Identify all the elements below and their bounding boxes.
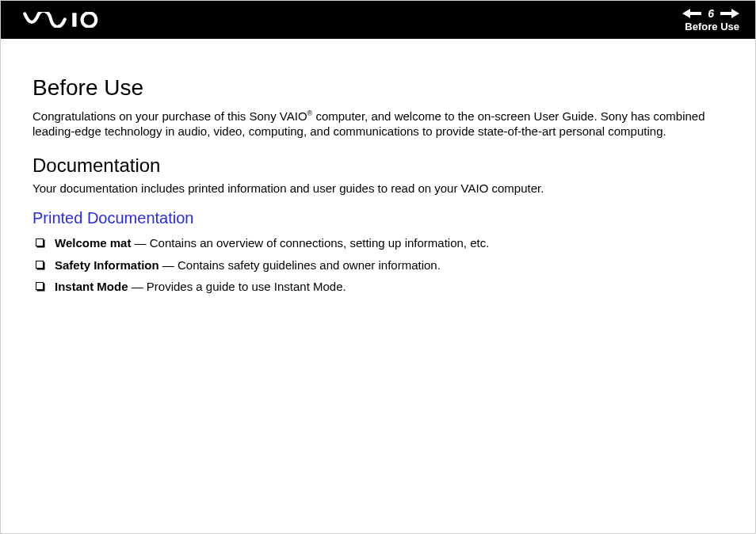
list-item-text: Instant Mode — Provides a guide to use I… [55, 279, 346, 295]
list-item-text: Safety Information — Contains safety gui… [55, 257, 441, 273]
list-item-desc: — Contains safety guidelines and owner i… [159, 258, 441, 272]
bullet-icon [36, 261, 44, 269]
page-container: 6 Before Use Before Use Congratulations … [0, 0, 756, 534]
content-area: Before Use Congratulations on your purch… [1, 39, 755, 320]
list-item: Safety Information — Contains safety gui… [36, 257, 727, 273]
documentation-heading: Documentation [32, 154, 727, 177]
prev-page-arrow-icon[interactable] [682, 9, 701, 18]
list-item-name: Instant Mode [55, 280, 128, 293]
bullet-icon [36, 282, 44, 290]
header-nav: 6 Before Use [682, 7, 739, 32]
header-section-label: Before Use [685, 21, 739, 32]
list-item-desc: — Provides a guide to use Instant Mode. [128, 280, 346, 293]
page-number: 6 [706, 7, 716, 20]
bullet-icon [36, 238, 44, 246]
list-item-desc: — Contains an overview of connections, s… [131, 236, 489, 250]
svg-marker-2 [682, 9, 701, 18]
svg-rect-0 [72, 13, 76, 27]
page-title: Before Use [32, 75, 727, 101]
intro-paragraph: Congratulations on your purchase of this… [32, 109, 727, 139]
header-bar: 6 Before Use [1, 1, 755, 39]
vaio-logo [18, 12, 113, 28]
next-page-arrow-icon[interactable] [720, 9, 739, 18]
list-item-name: Safety Information [55, 258, 159, 272]
list-item-text: Welcome mat — Contains an overview of co… [55, 235, 489, 251]
list-item: Welcome mat — Contains an overview of co… [36, 235, 727, 251]
printed-documentation-list: Welcome mat — Contains an overview of co… [32, 235, 727, 295]
documentation-lead: Your documentation includes printed info… [32, 181, 727, 195]
svg-marker-3 [720, 9, 739, 18]
list-item-name: Welcome mat [55, 236, 131, 250]
intro-text-before: Congratulations on your purchase of this… [32, 109, 307, 123]
list-item: Instant Mode — Provides a guide to use I… [36, 279, 727, 295]
page-nav-row: 6 [682, 7, 739, 20]
printed-documentation-heading: Printed Documentation [32, 209, 727, 227]
svg-point-1 [82, 13, 97, 27]
